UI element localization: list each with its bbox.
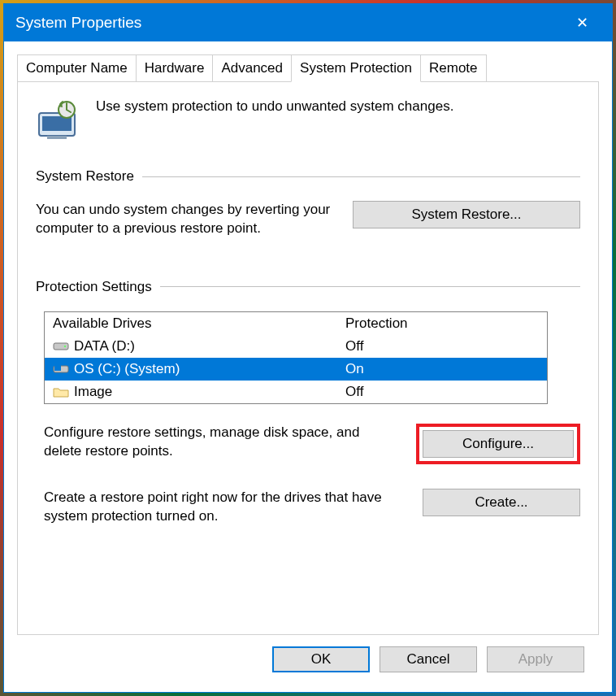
configure-highlight: Configure... — [416, 424, 580, 464]
cancel-button[interactable]: Cancel — [380, 646, 477, 672]
close-icon: ✕ — [576, 14, 588, 32]
ok-button[interactable]: OK — [272, 646, 370, 672]
close-button[interactable]: ✕ — [563, 4, 601, 41]
drive-protection: On — [345, 361, 539, 377]
create-button[interactable]: Create... — [423, 489, 580, 516]
tab-label: System Protection — [300, 60, 412, 76]
hdd-icon — [53, 340, 69, 353]
drive-name: Image — [74, 384, 112, 400]
system-properties-window: System Properties ✕ Computer Name Hardwa… — [3, 3, 613, 693]
create-description: Create a restore point right now for the… — [44, 489, 406, 526]
system-protection-icon — [36, 97, 81, 142]
section-header-protection: Protection Settings — [36, 279, 580, 295]
intro-text: Use system protection to undo unwanted s… — [96, 97, 453, 115]
tab-label: Computer Name — [26, 60, 128, 76]
drives-header: Available Drives Protection — [45, 312, 547, 335]
tab-computer-name[interactable]: Computer Name — [17, 54, 137, 81]
drive-protection: Off — [345, 384, 539, 400]
tab-system-protection[interactable]: System Protection — [291, 54, 421, 82]
tab-hardware[interactable]: Hardware — [136, 54, 214, 81]
col-protection: Protection — [345, 315, 539, 332]
svg-rect-5 — [54, 343, 68, 350]
tab-label: Advanced — [221, 60, 283, 76]
tab-strip: Computer Name Hardware Advanced System P… — [17, 54, 599, 82]
svg-point-6 — [64, 346, 66, 347]
tab-label: Hardware — [145, 60, 205, 76]
content-area: Computer Name Hardware Advanced System P… — [4, 41, 612, 692]
restore-description: You can undo system changes by reverting… — [36, 201, 336, 238]
divider — [142, 176, 580, 177]
drive-row[interactable]: OS (C:) (System) On — [45, 358, 547, 381]
drive-row[interactable]: DATA (D:) Off — [45, 335, 547, 358]
svg-rect-8 — [54, 364, 61, 371]
system-restore-button[interactable]: System Restore... — [353, 201, 580, 228]
create-row: Create a restore point right now for the… — [36, 489, 580, 526]
titlebar[interactable]: System Properties ✕ — [4, 4, 612, 41]
configure-description: Configure restore settings, manage disk … — [44, 424, 400, 461]
divider — [160, 286, 580, 287]
drive-name: OS (C:) (System) — [74, 361, 180, 377]
section-title: Protection Settings — [36, 279, 152, 295]
section-title: System Restore — [36, 168, 134, 185]
section-header-restore: System Restore — [36, 168, 580, 185]
dialog-footer: OK Cancel Apply — [17, 635, 599, 684]
configure-row: Configure restore settings, manage disk … — [36, 424, 580, 464]
tab-remote[interactable]: Remote — [420, 54, 487, 81]
configure-button[interactable]: Configure... — [423, 430, 574, 458]
tab-panel-system-protection: Use system protection to undo unwanted s… — [17, 82, 599, 635]
tab-label: Remote — [429, 60, 478, 76]
drives-list[interactable]: Available Drives Protection DATA (D:) Of… — [44, 311, 548, 404]
intro-row: Use system protection to undo unwanted s… — [36, 97, 580, 142]
window-title: System Properties — [15, 14, 563, 32]
windrive-icon — [53, 363, 69, 376]
drive-protection: Off — [345, 338, 539, 355]
apply-button[interactable]: Apply — [487, 646, 584, 672]
tab-advanced[interactable]: Advanced — [212, 54, 292, 81]
drive-row[interactable]: Image Off — [45, 381, 547, 403]
restore-row: You can undo system changes by reverting… — [36, 201, 580, 238]
svg-rect-2 — [47, 136, 67, 139]
col-available-drives: Available Drives — [53, 315, 345, 332]
folder-icon — [53, 385, 69, 398]
drive-name: DATA (D:) — [74, 338, 135, 355]
